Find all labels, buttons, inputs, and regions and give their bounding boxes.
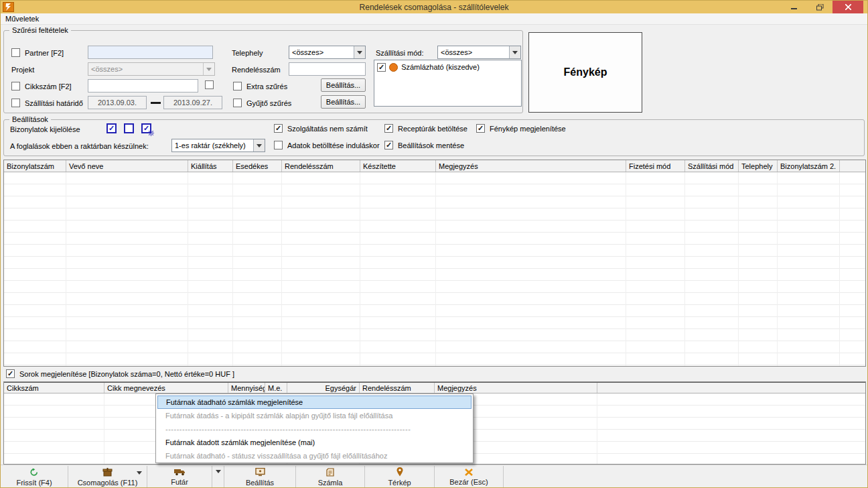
szallitasi-mod-listbox[interactable]: Számlázható (kiszedve) xyxy=(374,60,522,107)
telephely-select[interactable]: <összes> xyxy=(289,46,366,59)
fenykep-label: Fénykép xyxy=(564,66,607,78)
items-table-header: Cikkszám Cikk megnevezés Mennyiség M.e. … xyxy=(4,382,865,393)
chevron-down-icon[interactable] xyxy=(509,46,520,58)
truck-icon xyxy=(174,468,186,477)
menu-item-futarnak-atadas: Futárnak átadás - a kipipált számlák ala… xyxy=(157,409,472,422)
column-header[interactable]: Egységár xyxy=(287,383,360,393)
szallitasi-mod-value: <összes> xyxy=(438,48,509,56)
column-header[interactable]: Kiállítás xyxy=(188,160,233,172)
sorok-megjelenitese-label: Sorok megjelenítése [Bizonylatok száma=0… xyxy=(19,370,234,378)
column-header[interactable]: Bizonylatszám 2. xyxy=(778,160,840,172)
terkep-button[interactable]: Térkép xyxy=(365,465,434,488)
column-header[interactable]: Fizetési mód xyxy=(626,160,685,172)
chevron-down-icon[interactable] xyxy=(203,63,214,75)
fenykep-megjelenitese-checkbox[interactable] xyxy=(476,124,485,133)
gyujto-beallitas-button[interactable]: Beállítás... xyxy=(321,95,366,109)
szamlazhato-checkbox[interactable] xyxy=(377,63,386,72)
recepturak-checkbox[interactable] xyxy=(384,124,393,133)
settings-group-legend: Beállítások xyxy=(9,115,51,123)
application-window: Rendelések csomagolása - szállítólevelek… xyxy=(0,0,868,488)
projekt-select[interactable]: <összes> xyxy=(88,62,215,76)
minimize-button[interactable] xyxy=(782,1,807,13)
extra-beallitas-button[interactable]: Beállítás... xyxy=(321,78,366,92)
fenykep-megjelenitese-label: Fénykép megjelenítése xyxy=(490,125,566,133)
monitor-icon xyxy=(255,468,265,478)
column-header[interactable]: Bizonylatszám xyxy=(4,160,66,172)
list-item[interactable]: Számlázható (kiszedve) xyxy=(374,60,521,74)
invoice-icon xyxy=(326,468,335,478)
bezar-button[interactable]: Bezár (Esc) xyxy=(435,465,503,488)
cikkszam-extra-checkbox[interactable] xyxy=(205,80,214,89)
gear-icon xyxy=(148,129,154,137)
chevron-down-icon[interactable] xyxy=(137,475,142,483)
column-header[interactable]: Vevő neve xyxy=(66,160,188,172)
column-header[interactable] xyxy=(597,383,865,393)
invoices-table[interactable]: Bizonylatszám Vevő neve Kiállítás Esedék… xyxy=(3,160,866,367)
map-pin-icon xyxy=(396,467,403,478)
csomagolas-button[interactable]: Csomagolás (F11) xyxy=(68,465,147,488)
column-header[interactable]: Rendelésszám xyxy=(360,383,435,393)
column-header[interactable]: Cikkszám xyxy=(4,383,104,393)
column-header[interactable]: Rendelésszám xyxy=(282,160,360,172)
futar-button[interactable]: Futár xyxy=(147,465,212,488)
context-menu: Futárnak átadható számlák megjelenítése … xyxy=(155,393,474,463)
adatok-checkbox[interactable] xyxy=(274,141,283,149)
column-header[interactable]: Telephely xyxy=(739,160,778,172)
column-header[interactable]: Esedékes xyxy=(233,160,282,172)
bottom-toolbar: Frissít (F4) Csomagolás (F11) Futár Beá xyxy=(1,465,867,488)
beallitas-button[interactable]: Beállítás xyxy=(224,465,295,488)
date-range-dash xyxy=(151,102,161,104)
menu-item-futarnak-atadhato-megjelenitese[interactable]: Futárnak átadható számlák megjelenítése xyxy=(157,395,472,409)
refresh-icon xyxy=(29,468,39,478)
frissit-button[interactable]: Frissít (F4) xyxy=(1,465,68,488)
telephely-value: <összes> xyxy=(289,48,354,56)
raktar-value: 1-es raktár (székhely) xyxy=(172,141,253,149)
invoices-table-header: Bizonylatszám Vevő neve Kiállítás Esedék… xyxy=(4,160,865,172)
restore-button[interactable] xyxy=(807,1,833,13)
column-header[interactable]: Szállítási mód xyxy=(685,160,739,172)
menu-bar: Műveletek xyxy=(1,13,867,25)
title-bar[interactable]: Rendelések csomagolása - szállítólevelek xyxy=(1,1,867,13)
futar-dropdown-button[interactable] xyxy=(212,465,224,488)
szolgaltatas-checkbox[interactable] xyxy=(274,124,283,133)
date-from-input[interactable] xyxy=(88,96,147,109)
window-title: Rendelések csomagolása - szállítólevelek xyxy=(1,3,867,12)
menu-muveletek[interactable]: Műveletek xyxy=(1,15,44,23)
column-header[interactable]: Megjegyzés xyxy=(436,160,626,172)
column-header[interactable]: Mennyiség xyxy=(228,383,265,393)
date-to-input[interactable] xyxy=(163,96,222,109)
column-header[interactable]: Készítette xyxy=(360,160,436,172)
select-all-checkbox[interactable] xyxy=(106,123,117,133)
projekt-value: <összes> xyxy=(88,65,203,73)
package-icon xyxy=(102,468,113,478)
menu-item-futarnak-atadott-megjelenitese[interactable]: Futárnak átadott számlák megjelenítése (… xyxy=(157,436,472,449)
partner-checkbox[interactable] xyxy=(11,48,20,57)
sorok-megjelenitese-checkbox[interactable] xyxy=(6,369,15,378)
rendelesszam-input[interactable] xyxy=(289,62,366,76)
chevron-down-icon[interactable] xyxy=(354,46,365,58)
extra-szures-checkbox[interactable] xyxy=(233,82,242,90)
close-button[interactable] xyxy=(833,1,863,13)
szamla-button[interactable]: Számla xyxy=(296,465,364,488)
raktar-select[interactable]: 1-es raktár (székhely) xyxy=(171,139,265,152)
beallitasok-mentese-checkbox[interactable] xyxy=(384,141,393,149)
rendelesszam-label: Rendelésszám xyxy=(232,66,281,74)
chevron-down-icon[interactable] xyxy=(253,139,265,151)
szallitasi-hatarido-checkbox[interactable] xyxy=(11,99,20,107)
gyujto-szures-checkbox[interactable] xyxy=(233,99,242,107)
select-none-checkbox[interactable] xyxy=(124,123,134,133)
menu-separator: ----------------------------------------… xyxy=(157,422,472,436)
column-header[interactable]: Cikk megnevezés xyxy=(104,383,228,393)
menu-item-statusz-visszaallitasa: Futárnak átadható - státusz visszaállítá… xyxy=(157,449,472,463)
bizonylatok-kijelolese-label: Bizonylatok kijelölése xyxy=(10,125,80,133)
partner-input[interactable] xyxy=(88,46,213,59)
column-header[interactable]: M.e. xyxy=(265,383,287,393)
cikkszam-label: Cikkszám [F2] xyxy=(25,82,72,90)
column-header[interactable]: Megjegyzés xyxy=(435,383,597,393)
column-header[interactable] xyxy=(840,160,865,172)
cikkszam-checkbox[interactable] xyxy=(11,82,20,90)
szallitasi-mod-select[interactable]: <összes> xyxy=(437,46,521,59)
invoices-table-body[interactable] xyxy=(4,172,865,366)
cikkszam-input[interactable] xyxy=(88,79,198,93)
szolgaltatas-label: Szolgáltatás nem számít xyxy=(287,125,368,133)
